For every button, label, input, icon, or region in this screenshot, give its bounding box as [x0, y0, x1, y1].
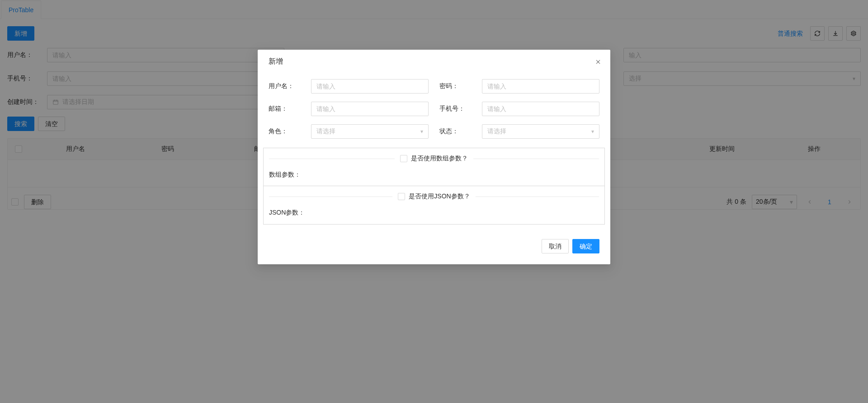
- modal-input-phone[interactable]: [482, 102, 599, 116]
- modal-wrap: 新增 用户名： 密码： 邮箱：: [0, 0, 868, 403]
- chevron-down-icon: ▾: [420, 128, 423, 135]
- modal-field-email: 邮箱：: [263, 102, 434, 116]
- modal-field-username: 用户名：: [263, 79, 434, 94]
- modal-label-phone: 手机号：: [439, 105, 482, 113]
- modal-input-email[interactable]: [311, 102, 429, 116]
- label-use-array: 是否使用数组参数？: [411, 155, 468, 163]
- modal-field-role: 角色： 请选择 ▾: [263, 124, 434, 139]
- modal-form: 用户名： 密码： 邮箱：: [263, 74, 605, 148]
- modal-close-button[interactable]: [593, 57, 603, 67]
- modal-footer: 取消 确定: [258, 228, 610, 264]
- modal-label-status: 状态：: [439, 127, 482, 136]
- modal-label-role: 角色：: [269, 127, 311, 136]
- modal-label-email: 邮箱：: [269, 105, 311, 113]
- modal-label-username: 用户名：: [269, 82, 311, 90]
- checkbox-use-json[interactable]: [398, 193, 405, 200]
- modal-field-password: 密码：: [434, 79, 605, 94]
- fieldset-array-params: 是否使用数组参数？ 数组参数：: [263, 148, 605, 186]
- modal-input-username[interactable]: [311, 79, 429, 94]
- modal: 新增 用户名： 密码： 邮箱：: [258, 50, 610, 264]
- modal-input-password[interactable]: [482, 79, 599, 94]
- label-use-json: 是否使用JSON参数？: [409, 192, 470, 201]
- divider-json: 是否使用JSON参数？: [269, 192, 599, 201]
- modal-body: 用户名： 密码： 邮箱：: [258, 74, 610, 228]
- checkbox-use-array[interactable]: [400, 155, 407, 162]
- modal-select-status[interactable]: 请选择 ▾: [482, 124, 599, 139]
- label-array-params: 数组参数：: [269, 171, 301, 179]
- modal-select-role[interactable]: 请选择 ▾: [311, 124, 429, 139]
- chevron-down-icon: ▾: [591, 128, 594, 135]
- modal-field-phone: 手机号：: [434, 102, 605, 116]
- fieldset-json-params: 是否使用JSON参数？ JSON参数：: [263, 186, 605, 225]
- array-params-row: 数组参数：: [269, 171, 599, 179]
- modal-title: 新增: [258, 50, 610, 74]
- close-icon: [594, 58, 602, 66]
- json-params-row: JSON参数：: [269, 209, 599, 217]
- cancel-button[interactable]: 取消: [542, 239, 569, 253]
- label-json-params: JSON参数：: [269, 209, 305, 217]
- ok-button[interactable]: 确定: [572, 239, 599, 253]
- divider-array: 是否使用数组参数？: [269, 155, 599, 163]
- modal-field-status: 状态： 请选择 ▾: [434, 124, 605, 139]
- modal-label-password: 密码：: [439, 82, 482, 90]
